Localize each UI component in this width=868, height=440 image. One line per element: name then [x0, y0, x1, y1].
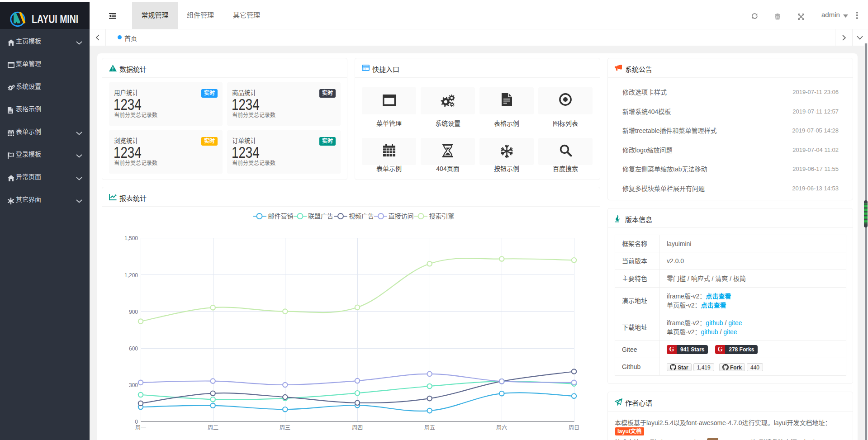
svg-text:周二: 周二	[208, 425, 218, 431]
svg-text:1,200: 1,200	[124, 272, 138, 279]
svg-text:周六: 周六	[496, 425, 507, 431]
svg-text:联盟广告: 联盟广告	[308, 213, 333, 220]
svg-text:邮件营销: 邮件营销	[268, 213, 294, 220]
svg-text:周五: 周五	[424, 425, 435, 431]
svg-text:600: 600	[129, 345, 138, 352]
svg-text:周一: 周一	[135, 425, 146, 431]
svg-text:视频广告: 视频广告	[349, 213, 374, 220]
svg-text:周三: 周三	[280, 425, 290, 431]
svg-text:周日: 周日	[569, 425, 579, 431]
svg-text:搜索引擎: 搜索引擎	[429, 213, 455, 220]
svg-text:周四: 周四	[352, 425, 363, 431]
svg-text:900: 900	[129, 309, 138, 315]
svg-text:1,500: 1,500	[124, 235, 138, 241]
svg-text:直接访问: 直接访问	[389, 213, 414, 220]
svg-text:300: 300	[129, 382, 138, 388]
svg-text:0: 0	[135, 419, 138, 425]
